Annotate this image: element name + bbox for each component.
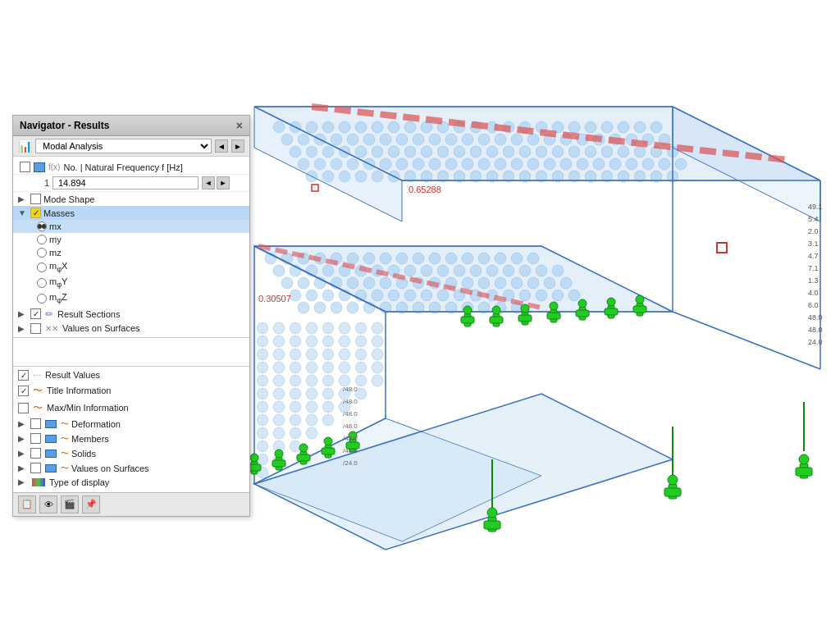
frequency-next-btn[interactable]: ► [217, 176, 230, 189]
eye-tool-button[interactable]: 👁 [39, 495, 57, 514]
frequency-number: 1 [33, 178, 49, 188]
mass-my-item[interactable]: my [13, 233, 249, 246]
mass-mgx-item[interactable]: mφX [13, 259, 249, 275]
type-display-expand[interactable]: ▶ [18, 477, 28, 486]
svg-point-261 [290, 401, 301, 413]
mass-mgz-radio[interactable] [37, 294, 47, 304]
solids-label: Solids [71, 449, 96, 459]
svg-point-319 [636, 295, 644, 304]
solids-item[interactable]: ▶ 〜 Solids [13, 446, 249, 461]
deformation-expand-icon[interactable]: ▶ [18, 419, 28, 428]
solids-checkbox[interactable] [30, 448, 41, 459]
maxmin-info-checkbox[interactable] [18, 403, 29, 413]
mass-my-radio[interactable] [37, 235, 47, 244]
solids-icon-blue [45, 450, 57, 458]
title-info-checkbox[interactable]: ✓ [18, 386, 29, 396]
masses-checkbox[interactable]: ✓ [30, 208, 41, 218]
title-info-item[interactable]: ✓ 〜 Title Information [13, 382, 249, 399]
values-surfaces-checkbox[interactable] [30, 323, 41, 334]
svg-point-154 [454, 265, 465, 276]
solids-expand-icon[interactable]: ▶ [18, 449, 28, 458]
result-sections-expand-icon[interactable]: ▶ [18, 309, 28, 318]
result-sections-item[interactable]: ▶ ✓ ✏ Result Sections [13, 307, 249, 322]
svg-point-68 [585, 146, 596, 158]
mass-mgx-radio[interactable] [37, 262, 47, 272]
members-expand-icon[interactable]: ▶ [18, 434, 28, 443]
svg-text:0.65288: 0.65288 [409, 185, 441, 194]
values-surfaces-expand-icon[interactable]: ▶ [18, 324, 28, 333]
nav-next-button[interactable]: ► [231, 139, 244, 153]
masses-item[interactable]: ▼ ✓ Masses [13, 206, 249, 220]
svg-point-140 [495, 253, 506, 264]
close-button[interactable]: × [236, 119, 243, 132]
solids-wave-icon: 〜 [61, 448, 69, 459]
svg-point-151 [404, 265, 416, 276]
list-tool-button[interactable]: 📋 [18, 495, 36, 514]
svg-point-304 [492, 306, 500, 314]
mass-mz-item[interactable]: mz [13, 246, 249, 259]
svg-point-59 [437, 146, 449, 158]
values-surfaces-bottom-checkbox[interactable] [30, 463, 41, 473]
maxmin-info-item[interactable]: 〜 Max/Min Information [13, 399, 249, 417]
svg-point-146 [322, 265, 334, 276]
members-wave-icon: 〜 [61, 433, 69, 445]
svg-point-327 [668, 475, 678, 485]
svg-point-65 [536, 146, 547, 158]
mass-mgy-radio[interactable] [37, 278, 47, 288]
mass-mz-radio[interactable] [37, 248, 47, 258]
values-surfaces-bottom-expand[interactable]: ▶ [18, 463, 28, 472]
svg-point-6 [339, 121, 350, 133]
svg-point-248 [322, 375, 334, 386]
svg-point-250 [355, 375, 367, 386]
svg-point-267 [290, 414, 301, 426]
svg-point-64 [519, 146, 531, 158]
nav-prev-button[interactable]: ◄ [215, 139, 228, 153]
svg-rect-306 [518, 315, 532, 322]
svg-point-139 [478, 253, 490, 264]
deformation-item[interactable]: ▶ 〜 Deformation [13, 417, 249, 431]
values-surfaces-bottom-item[interactable]: ▶ 〜 Values on Surfaces [13, 461, 249, 476]
svg-point-39 [495, 134, 506, 145]
svg-point-212 [257, 322, 268, 334]
bottom-toolbar: 📋 👁 🎬 📌 [13, 492, 249, 516]
frequency-value-input[interactable] [52, 176, 199, 189]
values-on-surfaces-item[interactable]: ▶ ✕✕ Values on Surfaces [13, 322, 249, 336]
result-sections-checkbox[interactable]: ✓ [30, 308, 41, 319]
svg-point-131 [347, 253, 358, 264]
camera-tool-button[interactable]: 🎬 [61, 495, 79, 514]
deformation-checkbox[interactable] [30, 418, 41, 429]
svg-point-87 [511, 158, 523, 170]
frequency-prev-btn[interactable]: ◄ [202, 176, 215, 189]
svg-point-241 [339, 362, 350, 373]
mode-shape-expand-icon[interactable]: ▶ [18, 194, 28, 203]
svg-point-235 [372, 349, 383, 360]
svg-point-323 [487, 508, 497, 518]
mass-mx-item[interactable]: mx [13, 220, 249, 233]
mass-mgz-item[interactable]: mφZ [13, 290, 249, 306]
svg-point-174 [495, 277, 506, 289]
mode-shape-checkbox[interactable] [30, 194, 41, 204]
result-values-checkbox[interactable]: ✓ [18, 370, 29, 381]
svg-point-34 [413, 134, 424, 145]
svg-point-37 [462, 134, 473, 145]
svg-point-175 [511, 277, 523, 289]
svg-point-93 [609, 158, 621, 170]
members-item[interactable]: ▶ 〜 Members [13, 431, 249, 446]
result-values-item[interactable]: ✓ ⋯ Result Values [13, 368, 249, 382]
freq-checkbox[interactable] [20, 162, 30, 172]
type-display-item[interactable]: ▶ Type of display [13, 476, 249, 489]
mass-mgz-label: mφZ [49, 292, 67, 304]
svg-point-20 [568, 121, 580, 133]
mode-shape-item[interactable]: ▶ Mode Shape [13, 192, 249, 206]
pin-tool-button[interactable]: 📌 [82, 495, 100, 514]
values-surfaces-bottom-label: Values on Surfaces [71, 463, 149, 473]
masses-expand-icon[interactable]: ▼ [18, 208, 28, 217]
list-icon: 📋 [21, 499, 33, 509]
analysis-select[interactable]: Modal Analysis [35, 139, 212, 153]
members-checkbox[interactable] [30, 433, 41, 444]
svg-point-36 [445, 134, 457, 145]
mass-mx-radio[interactable] [37, 221, 47, 231]
svg-rect-288 [272, 460, 285, 467]
mass-mgy-item[interactable]: mφY [13, 275, 249, 290]
svg-text:/48.0: /48.0 [343, 398, 358, 405]
